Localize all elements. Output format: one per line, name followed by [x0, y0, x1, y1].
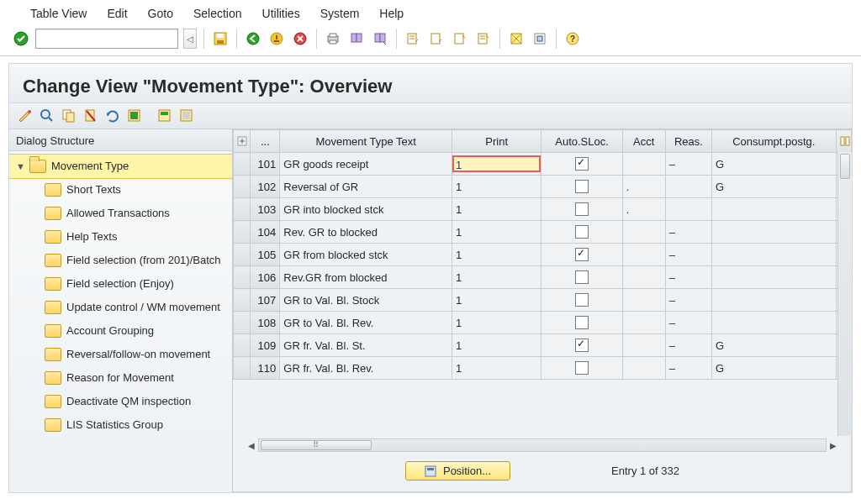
find-next-icon[interactable] [371, 29, 389, 48]
help-icon[interactable]: ? [563, 29, 582, 48]
cell-auto-sloc[interactable] [541, 244, 622, 266]
cell-print[interactable]: 1 [452, 176, 541, 198]
col-consumpt[interactable]: Consumpt.postg. [712, 130, 836, 153]
checkbox[interactable] [575, 293, 589, 307]
checkbox[interactable] [575, 339, 589, 352]
find-icon[interactable] [347, 29, 366, 48]
row-selector[interactable] [234, 153, 251, 176]
cell-print[interactable]: 1▤ [452, 153, 541, 176]
tree-node[interactable]: Allowed Transactions [9, 202, 232, 225]
cell-auto-sloc[interactable] [541, 221, 622, 244]
tree-node[interactable]: Field selection (from 201)/Batch [9, 249, 232, 272]
cell-print[interactable]: 1 [452, 244, 541, 266]
menu-goto[interactable]: Goto [148, 7, 173, 20]
hscroll-left-icon[interactable]: ◀ [248, 441, 255, 450]
checkbox[interactable] [575, 316, 589, 329]
print-icon[interactable] [324, 29, 342, 48]
vertical-scrollbar[interactable] [837, 152, 852, 436]
print-input[interactable]: 1▤ [452, 155, 541, 172]
shortcut-icon[interactable] [531, 29, 549, 48]
col-code[interactable]: ... [251, 130, 280, 153]
hscroll-thumb[interactable] [261, 440, 372, 450]
command-go-icon[interactable]: ◁ [183, 29, 197, 49]
cell-auto-sloc[interactable] [541, 266, 622, 289]
checkbox[interactable] [575, 248, 589, 261]
save-icon[interactable] [211, 29, 230, 48]
menu-system[interactable]: System [320, 7, 360, 20]
first-page-icon[interactable] [404, 29, 422, 48]
tree-node[interactable]: Deactivate QM inspection [9, 390, 232, 413]
cancel-icon[interactable] [291, 29, 309, 48]
prev-page-icon[interactable] [427, 29, 446, 48]
cell-auto-sloc[interactable] [541, 334, 622, 357]
tree-node[interactable]: Reversal/follow-on movement [9, 343, 232, 366]
col-acct[interactable]: Acct [622, 130, 665, 153]
row-selector[interactable] [234, 176, 251, 198]
cell-print[interactable]: 1 [452, 289, 541, 312]
cell-print[interactable]: 1 [452, 266, 541, 289]
col-configure[interactable] [836, 130, 851, 153]
check-circle-icon[interactable] [12, 29, 30, 48]
checkbox[interactable] [575, 180, 589, 193]
hscroll-right-icon[interactable]: ▶ [830, 441, 837, 450]
row-selector[interactable] [234, 198, 251, 221]
cell-auto-sloc[interactable] [541, 153, 622, 176]
select-block-icon[interactable] [157, 108, 172, 123]
cell-auto-sloc[interactable] [541, 312, 622, 334]
col-reas[interactable]: Reas. [665, 130, 711, 153]
cell-print[interactable]: 1 [452, 312, 541, 334]
cell-auto-sloc[interactable] [541, 289, 622, 312]
col-print[interactable]: Print [452, 130, 541, 153]
copy-icon[interactable] [61, 108, 77, 123]
cell-print[interactable]: 1 [452, 357, 541, 380]
scroll-thumb[interactable] [840, 154, 850, 179]
cell-auto-sloc[interactable] [541, 176, 622, 198]
cell-auto-sloc[interactable] [541, 198, 622, 221]
position-button[interactable]: Position... [405, 461, 510, 480]
cell-auto-sloc[interactable] [541, 357, 622, 380]
checkbox[interactable] [575, 157, 589, 171]
row-selector[interactable] [234, 334, 251, 357]
cell-print[interactable]: 1 [452, 198, 541, 221]
change-icon[interactable] [18, 108, 33, 123]
next-page-icon[interactable] [451, 29, 469, 48]
checkbox[interactable] [575, 361, 589, 375]
tree-node[interactable]: LIS Statistics Group [9, 413, 232, 437]
back-icon[interactable] [244, 29, 262, 48]
delete-icon[interactable] [83, 108, 98, 123]
tree-node[interactable]: Reason for Movement [9, 366, 232, 390]
menu-help[interactable]: Help [379, 7, 404, 20]
col-mvt-text[interactable]: Movement Type Text [280, 130, 452, 153]
undo-icon[interactable] [105, 108, 120, 123]
cell-print[interactable]: 1 [452, 334, 541, 357]
horizontal-scrollbar[interactable] [258, 438, 827, 452]
checkbox[interactable] [575, 202, 589, 216]
tree-node-movement-type[interactable]: ▼ Movement Type [9, 155, 232, 178]
tree-node[interactable]: Update control / WM movement [9, 296, 232, 319]
details-icon[interactable] [40, 108, 55, 123]
checkbox[interactable] [575, 225, 589, 239]
new-session-icon[interactable] [507, 29, 526, 48]
tree-node[interactable]: Help Texts [9, 225, 232, 249]
col-auto-sloc[interactable]: Auto.SLoc. [541, 130, 622, 153]
tree-node[interactable]: Field selection (Enjoy) [9, 272, 232, 296]
row-selector[interactable] [234, 221, 251, 244]
command-field[interactable] [35, 29, 178, 49]
tree-node[interactable]: Short Texts [9, 178, 232, 202]
exit-icon[interactable] [267, 29, 286, 48]
row-selector[interactable] [234, 312, 251, 334]
tree-node[interactable]: Account Grouping [9, 319, 232, 343]
cell-print[interactable]: 1 [452, 221, 541, 244]
row-selector[interactable] [234, 357, 251, 380]
last-page-icon[interactable] [474, 29, 493, 48]
select-all-icon[interactable] [127, 108, 142, 123]
menu-edit[interactable]: Edit [107, 7, 127, 20]
menu-selection[interactable]: Selection [193, 7, 242, 20]
row-selector[interactable] [234, 266, 251, 289]
col-row-selector[interactable] [234, 130, 251, 153]
f4-help-icon[interactable]: ▤ [541, 156, 541, 175]
menu-utilities[interactable]: Utilities [262, 7, 300, 20]
row-selector[interactable] [234, 289, 251, 312]
checkbox[interactable] [575, 270, 589, 284]
deselect-all-icon[interactable] [179, 108, 194, 123]
